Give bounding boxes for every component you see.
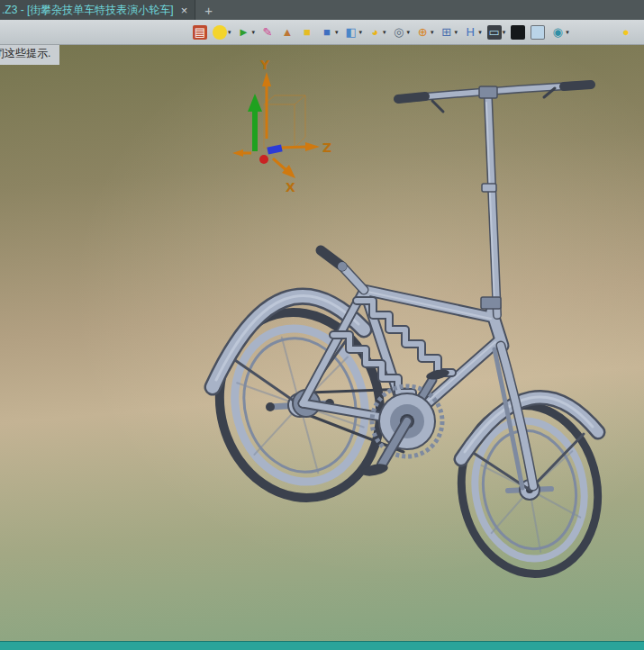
cube-blue-icon-dropdown-caret-icon[interactable]: ▾	[335, 29, 339, 36]
bicycle-3d-model[interactable]	[0, 45, 644, 641]
cube-blue-icon[interactable]: ■▾	[318, 23, 340, 42]
section-pie-icon-dropdown-caret-icon[interactable]: ▾	[383, 29, 386, 36]
tab-close-icon[interactable]: ×	[181, 5, 188, 16]
display-mode-icon-dropdown-caret-icon[interactable]: ▾	[503, 29, 506, 36]
hint-bulb-icon[interactable]: ●	[617, 23, 635, 42]
view-manager-icon[interactable]: ▤	[191, 23, 209, 42]
box-yellow-icon[interactable]: ■	[298, 23, 316, 42]
toolbar-icon-strip: ▤▾►▾✎▲■■▾◧▾◕▾◎▾⊕▾⊞▾H▾▭▾◉▾●	[0, 20, 644, 45]
tab-bar: .Z3 - [街攀杂技单车特技表演小轮车] × +	[0, 0, 644, 20]
point-snap-icon[interactable]: ⊕▾	[413, 23, 436, 42]
point-snap-icon-dropdown-caret-icon[interactable]: ▾	[431, 29, 434, 36]
zoom-icon[interactable]: ◎▾	[390, 23, 413, 42]
appearance-icon-glyph: ◧	[344, 25, 358, 40]
visibility-icon[interactable]: ◉▾	[549, 23, 571, 42]
handlebar[interactable]	[398, 85, 591, 112]
bulb-icon-dropdown-caret-icon[interactable]: ▾	[228, 29, 231, 36]
appearance-icon-dropdown-caret-icon[interactable]: ▾	[359, 29, 363, 36]
document-tab-title: .Z3 - [街攀杂技单车特技表演小轮车]	[2, 3, 174, 18]
window-layout-icon[interactable]: ⊞▾	[438, 23, 460, 42]
section-pie-icon-glyph: ◕	[367, 25, 382, 40]
bulb-icon[interactable]: ▾	[211, 23, 233, 42]
hint-bulb-icon-glyph: ●	[619, 25, 633, 40]
cone-icon-glyph: ▲	[280, 25, 295, 40]
visibility-icon-glyph: ◉	[550, 25, 565, 40]
box-yellow-icon-glyph: ■	[300, 25, 314, 40]
cone-icon[interactable]: ▲	[278, 23, 296, 42]
sketch-pencil-icon-glyph: ✎	[260, 25, 275, 40]
status-strip	[0, 641, 644, 650]
swatch-blue-icon-glyph	[531, 25, 545, 40]
seat-grip[interactable]	[321, 250, 364, 290]
app-window: .Z3 - [街攀杂技单车特技表演小轮车] × + ▤▾►▾✎▲■■▾◧▾◕▾◎…	[0, 0, 644, 650]
bulb-icon-glyph	[213, 25, 227, 40]
view-manager-icon-glyph: ▤	[193, 25, 207, 40]
viewport-3d[interactable]: 闭这些提示. Y Z	[0, 45, 644, 641]
select-arrow-icon[interactable]: ►▾	[235, 23, 258, 42]
swatch-black-icon[interactable]	[509, 23, 527, 42]
sketch-pencil-icon[interactable]: ✎	[259, 23, 277, 42]
steering-stem[interactable]	[481, 99, 501, 315]
swatch-blue-icon[interactable]	[529, 23, 547, 42]
display-mode-icon-glyph: ▭	[487, 25, 502, 40]
window-layout-icon-glyph: ⊞	[440, 25, 454, 40]
new-tab-button[interactable]: +	[195, 0, 222, 20]
select-arrow-icon-glyph: ►	[237, 25, 251, 40]
swatch-black-icon-glyph	[511, 25, 525, 40]
window-layout-icon-dropdown-caret-icon[interactable]: ▾	[455, 29, 458, 36]
document-tab[interactable]: .Z3 - [街攀杂技单车特技表演小轮车] ×	[0, 0, 195, 20]
ruler-icon[interactable]: H▾	[461, 23, 484, 42]
display-mode-icon[interactable]: ▭▾	[485, 23, 508, 42]
cube-blue-icon-glyph: ■	[320, 25, 334, 40]
ruler-icon-dropdown-caret-icon[interactable]: ▾	[478, 29, 482, 36]
select-arrow-icon-dropdown-caret-icon[interactable]: ▾	[252, 29, 256, 36]
point-snap-icon-glyph: ⊕	[415, 25, 430, 40]
visibility-icon-dropdown-caret-icon[interactable]: ▾	[566, 29, 569, 36]
section-pie-icon[interactable]: ◕▾	[366, 23, 388, 42]
zoom-icon-glyph: ◎	[392, 25, 406, 40]
ruler-icon-glyph: H	[463, 25, 477, 40]
zoom-icon-dropdown-caret-icon[interactable]: ▾	[407, 29, 411, 36]
appearance-icon[interactable]: ◧▾	[342, 23, 365, 42]
